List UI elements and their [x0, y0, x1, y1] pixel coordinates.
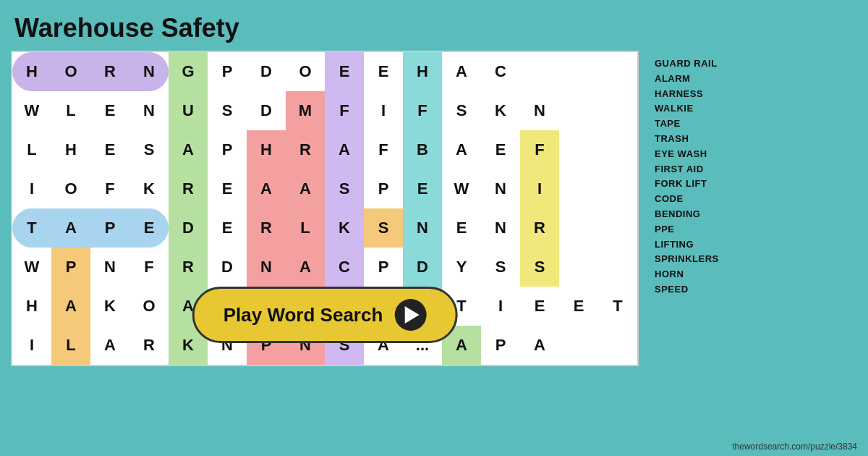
cell[interactable]: E — [403, 169, 442, 208]
cell[interactable]: T — [12, 208, 51, 248]
cell[interactable]: R — [520, 208, 559, 248]
cell[interactable]: E — [364, 52, 403, 91]
cell[interactable]: L — [51, 326, 90, 365]
cell[interactable]: A — [90, 326, 129, 365]
cell[interactable]: A — [51, 208, 90, 248]
cell[interactable]: E — [520, 287, 559, 326]
cell[interactable]: N — [129, 91, 169, 130]
cell[interactable]: R — [286, 130, 325, 169]
cell[interactable]: E — [90, 130, 129, 169]
cell[interactable]: R — [169, 169, 208, 208]
cell[interactable]: G — [169, 52, 208, 91]
cell[interactable]: F — [520, 130, 559, 169]
word-list-item-3: WALKIE — [655, 101, 740, 117]
cell[interactable]: E — [208, 169, 247, 208]
cell[interactable]: S — [481, 248, 520, 287]
cell[interactable]: F — [364, 130, 403, 169]
cell[interactable]: S — [442, 91, 481, 130]
cell[interactable]: A — [442, 52, 481, 91]
cell[interactable]: S — [520, 248, 559, 287]
cell[interactable]: D — [169, 208, 208, 248]
cell[interactable]: P — [208, 130, 247, 169]
cell[interactable]: N — [481, 208, 520, 248]
cell[interactable]: O — [51, 52, 90, 91]
cell[interactable]: H — [12, 287, 51, 326]
cell[interactable]: K — [129, 169, 169, 208]
cell[interactable]: O — [51, 169, 90, 208]
cell[interactable]: N — [403, 208, 442, 248]
cell[interactable]: E — [559, 287, 598, 326]
cell[interactable]: E — [442, 208, 481, 248]
cell[interactable]: F — [325, 91, 364, 130]
cell[interactable]: F — [129, 248, 169, 287]
cell[interactable]: S — [325, 169, 364, 208]
play-button[interactable]: Play Word Search — [192, 287, 458, 343]
cell[interactable]: I — [12, 326, 51, 365]
cell[interactable]: K — [325, 208, 364, 248]
cell[interactable]: L — [286, 208, 325, 248]
cell[interactable]: H — [403, 52, 442, 91]
cell[interactable]: K — [481, 91, 520, 130]
cell[interactable]: A — [442, 130, 481, 169]
cell[interactable]: N — [481, 169, 520, 208]
cell[interactable]: R — [129, 326, 169, 365]
cell[interactable]: P — [364, 248, 403, 287]
cell[interactable]: L — [51, 91, 90, 130]
cell[interactable]: D — [208, 248, 247, 287]
cell[interactable]: S — [208, 91, 247, 130]
cell[interactable]: R — [169, 248, 208, 287]
cell[interactable]: A — [169, 130, 208, 169]
cell[interactable]: O — [286, 52, 325, 91]
cell[interactable]: R — [90, 52, 129, 91]
cell[interactable]: I — [364, 91, 403, 130]
cell[interactable]: D — [247, 91, 286, 130]
cell[interactable]: N — [520, 91, 559, 130]
cell[interactable]: N — [247, 248, 286, 287]
cell[interactable]: F — [90, 169, 129, 208]
cell[interactable]: N — [90, 248, 129, 287]
cell[interactable]: C — [481, 52, 520, 91]
cell[interactable]: H — [247, 130, 286, 169]
cell[interactable]: W — [12, 91, 51, 130]
cell[interactable]: W — [12, 248, 51, 287]
cell[interactable]: I — [520, 169, 559, 208]
cell[interactable]: T — [598, 287, 637, 326]
cell[interactable]: B — [403, 130, 442, 169]
cell[interactable]: E — [325, 52, 364, 91]
cell[interactable]: L — [12, 130, 51, 169]
cell[interactable]: A — [247, 169, 286, 208]
cell[interactable]: O — [129, 287, 169, 326]
cell[interactable]: A — [286, 169, 325, 208]
cell[interactable]: A — [51, 287, 90, 326]
cell[interactable]: A — [325, 130, 364, 169]
cell[interactable]: W — [442, 169, 481, 208]
cell[interactable]: D — [403, 248, 442, 287]
cell[interactable]: E — [129, 208, 169, 248]
cell[interactable]: S — [129, 130, 169, 169]
cell[interactable]: P — [90, 208, 129, 248]
cell[interactable]: S — [364, 208, 403, 248]
cell[interactable]: H — [51, 130, 90, 169]
cell[interactable]: P — [364, 169, 403, 208]
cell[interactable]: I — [12, 169, 51, 208]
cell[interactable]: H — [12, 52, 51, 91]
word-search-grid[interactable]: H O R N G P D O E E H A C W L E N U — [11, 51, 639, 366]
cell[interactable]: K — [90, 287, 129, 326]
cell[interactable]: E — [481, 130, 520, 169]
cell[interactable]: I — [481, 287, 520, 326]
cell[interactable]: R — [247, 208, 286, 248]
cell[interactable]: E — [208, 208, 247, 248]
cell[interactable]: P — [51, 248, 90, 287]
cell[interactable]: A — [286, 248, 325, 287]
cell[interactable]: Y — [442, 248, 481, 287]
cell[interactable]: A — [520, 326, 559, 365]
cell[interactable]: M — [286, 91, 325, 130]
cell[interactable]: U — [169, 91, 208, 130]
cell[interactable]: P — [481, 326, 520, 365]
cell[interactable]: E — [90, 91, 129, 130]
cell[interactable]: F — [403, 91, 442, 130]
cell[interactable]: D — [247, 52, 286, 91]
cell[interactable]: N — [129, 52, 169, 91]
cell[interactable]: C — [325, 248, 364, 287]
cell[interactable]: P — [208, 52, 247, 91]
